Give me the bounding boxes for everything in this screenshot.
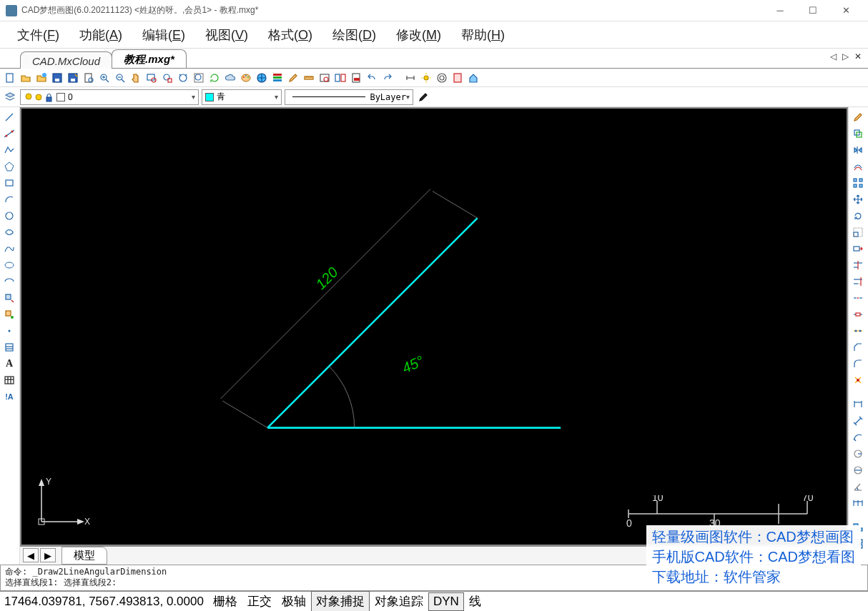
copy-icon[interactable] — [850, 126, 866, 141]
hatch-tool-icon[interactable] — [1, 340, 17, 354]
ellipse-tool-icon[interactable] — [1, 258, 17, 272]
menu-format[interactable]: 格式(O) — [258, 22, 322, 48]
circle-tool-icon[interactable] — [1, 209, 17, 223]
table-tool-icon[interactable] — [1, 373, 17, 387]
open-file-icon[interactable] — [19, 71, 33, 85]
move-icon[interactable] — [850, 192, 866, 207]
tab-tutorial[interactable]: 教程.mxg* — [112, 49, 187, 68]
close-button[interactable]: ✕ — [829, 1, 862, 21]
polyline-tool-icon[interactable] — [1, 143, 17, 157]
undo-icon[interactable] — [365, 71, 379, 85]
polygon-tool-icon[interactable] — [1, 159, 17, 174]
polar-toggle[interactable]: 极轴 — [277, 591, 311, 611]
measure-icon[interactable] — [302, 71, 316, 85]
open-cloud-icon[interactable] — [34, 71, 49, 85]
export-pdf-icon[interactable] — [349, 71, 363, 85]
dim-aligned-icon[interactable] — [850, 414, 866, 428]
dim-linear-icon[interactable] — [850, 397, 866, 412]
lineweight-toggle[interactable]: 线 — [464, 591, 486, 611]
trim-icon[interactable] — [850, 258, 866, 272]
rectangle-tool-icon[interactable] — [1, 176, 17, 190]
save-as-icon[interactable] — [66, 71, 80, 85]
insert-block-icon[interactable] — [1, 291, 17, 305]
color-dropdown[interactable]: 青 ▾ — [202, 89, 282, 105]
palette-icon[interactable] — [239, 71, 253, 85]
menu-modify[interactable]: 修改(M) — [386, 22, 451, 48]
array-icon[interactable] — [850, 176, 866, 190]
text-tool-icon[interactable]: A — [1, 357, 17, 371]
home-icon[interactable] — [466, 71, 480, 85]
arc-tool-icon[interactable] — [1, 192, 17, 207]
explode-icon[interactable] — [850, 373, 866, 387]
dim-angular-icon[interactable] — [850, 480, 866, 494]
scale-icon[interactable] — [850, 225, 866, 239]
layout-next-icon[interactable]: ▶ — [40, 548, 56, 562]
linetype-dropdown[interactable]: ByLayer ▾ — [285, 89, 413, 105]
zoom-realtime-icon[interactable] — [176, 71, 190, 85]
compare-icon[interactable] — [333, 71, 347, 85]
match-properties-icon[interactable] — [416, 90, 430, 104]
zoom-extents-icon[interactable] — [160, 71, 174, 85]
tab-nav-left-icon[interactable]: ◁ — [828, 51, 839, 61]
pan-icon[interactable] — [129, 71, 143, 85]
chamfer-icon[interactable] — [850, 340, 866, 354]
point-tool-icon[interactable] — [1, 324, 17, 338]
regen-icon[interactable] — [207, 71, 222, 85]
ortho-toggle[interactable]: 正交 — [242, 591, 277, 611]
dim-arc-icon[interactable] — [850, 430, 866, 444]
menu-help[interactable]: 帮助(H) — [451, 22, 515, 48]
offset-icon[interactable] — [850, 159, 866, 174]
cloud-icon[interactable] — [223, 71, 237, 85]
print-preview-icon[interactable] — [82, 71, 96, 85]
zoom-window-icon[interactable] — [144, 71, 159, 85]
rotate-icon[interactable] — [850, 209, 866, 223]
menu-function[interactable]: 功能(A) — [69, 22, 132, 48]
stretch-icon[interactable] — [850, 242, 866, 256]
zoom-in-icon[interactable] — [97, 71, 112, 85]
settings-icon[interactable] — [435, 71, 449, 85]
find-icon[interactable] — [317, 71, 332, 85]
spline-tool-icon[interactable] — [1, 242, 17, 256]
tab-nav-right-icon[interactable]: ▷ — [840, 51, 851, 61]
globe-icon[interactable] — [255, 71, 269, 85]
break-point-icon[interactable] — [850, 291, 866, 305]
snap-grid-toggle[interactable]: 栅格 — [208, 591, 242, 611]
brush-icon[interactable] — [286, 71, 300, 85]
dim-style-icon[interactable] — [403, 71, 418, 85]
save-icon[interactable] — [50, 71, 64, 85]
layer-manager-icon[interactable] — [3, 90, 17, 104]
revcloud-tool-icon[interactable] — [1, 225, 17, 239]
minimize-button[interactable]: ─ — [764, 1, 797, 21]
line-tool-icon[interactable] — [1, 110, 17, 124]
tab-cloud[interactable]: CAD.MxCloud — [20, 51, 112, 69]
menu-edit[interactable]: 编辑(E) — [132, 22, 195, 48]
zoom-all-icon[interactable] — [192, 71, 206, 85]
ellipse-arc-tool-icon[interactable] — [1, 274, 17, 289]
dim-radius-icon[interactable] — [850, 447, 866, 461]
model-tab[interactable]: 模型 — [61, 547, 107, 565]
menu-view[interactable]: 视图(V) — [195, 22, 258, 48]
osnap-toggle[interactable]: 对象捕捉 — [311, 591, 370, 611]
dim-continue-icon[interactable] — [850, 496, 866, 510]
menu-file[interactable]: 文件(F) — [7, 22, 69, 48]
help-pdf-icon[interactable] — [450, 71, 465, 85]
make-block-icon[interactable] — [1, 307, 17, 322]
mirror-icon[interactable] — [850, 143, 866, 157]
zoom-out-icon[interactable] — [113, 71, 127, 85]
sun-icon[interactable] — [419, 71, 433, 85]
layer-dropdown[interactable]: 0 ▾ — [20, 89, 199, 105]
fillet-icon[interactable] — [850, 357, 866, 371]
dyn-toggle[interactable]: DYN — [428, 592, 464, 611]
maximize-button[interactable]: ☐ — [797, 1, 829, 21]
dim-diameter-icon[interactable] — [850, 463, 866, 477]
break-icon[interactable] — [850, 307, 866, 322]
drawing-canvas[interactable]: 120 45° Y X — [20, 107, 848, 546]
new-file-icon[interactable] — [3, 71, 17, 85]
mtext-tool-icon[interactable]: !A — [1, 389, 17, 404]
tab-close-icon[interactable]: ✕ — [852, 51, 864, 61]
erase-icon[interactable] — [850, 110, 866, 124]
join-icon[interactable] — [850, 324, 866, 338]
layers-panel-icon[interactable] — [270, 71, 285, 85]
layout-prev-icon[interactable]: ◀ — [23, 548, 39, 562]
xline-tool-icon[interactable] — [1, 126, 17, 141]
